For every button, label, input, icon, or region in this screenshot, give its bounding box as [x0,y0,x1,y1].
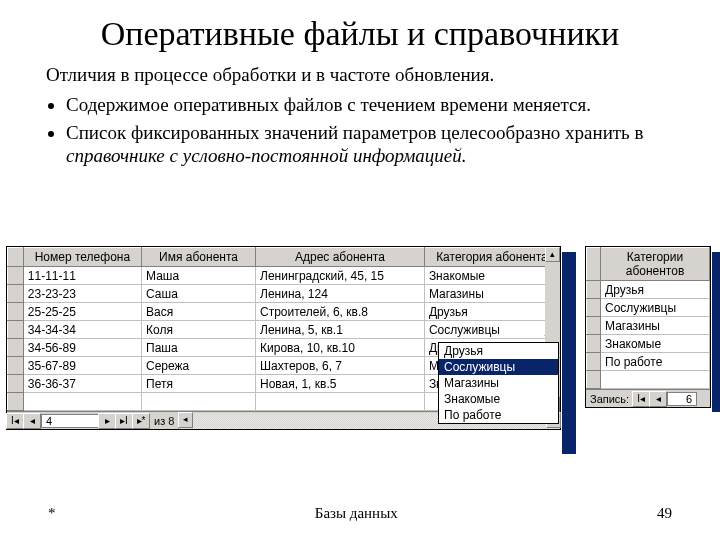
dropdown-option[interactable]: Магазины [439,375,558,391]
bullet-2: Список фиксированных значений параметров… [66,121,674,169]
cell[interactable]: Ленинградский, 45, 15 [256,267,425,285]
nav-next-button[interactable]: ▸ [98,413,116,429]
row-selector[interactable] [8,267,24,285]
table-row[interactable]: Друзья [587,281,710,299]
nav-first-button[interactable]: I◂ [632,391,650,407]
footer-left: * [48,505,56,522]
table-row[interactable]: 23-23-23СашаЛенина, 124Магазины [8,285,560,303]
intro-text: Отличия в процессе обработки и в частоте… [46,63,674,87]
table-row[interactable]: Сослуживцы [587,299,710,317]
cell[interactable]: Вася [142,303,256,321]
nav-first-button[interactable]: I◂ [6,413,24,429]
table-row[interactable]: 11-11-11МашаЛенинградский, 45, 15Знакомы… [8,267,560,285]
cell[interactable]: 35-67-89 [23,357,141,375]
row-selector[interactable] [8,357,24,375]
cell[interactable]: Сережа [142,357,256,375]
table-row-new[interactable] [587,371,710,389]
slide-footer: * Базы данных 49 [0,505,720,522]
table-row[interactable]: 25-25-25ВасяСтроителей, 6, кв.8Друзья [8,303,560,321]
cell[interactable]: 11-11-11 [23,267,141,285]
cell[interactable]: Ленина, 5, кв.1 [256,321,425,339]
row-selector[interactable] [8,285,24,303]
cell[interactable]: Знакомые [424,267,559,285]
cell[interactable]: 34-34-34 [23,321,141,339]
database-screenshot-area: Номер телефона Имя абонента Адрес абонен… [0,246,720,468]
slide-title: Оперативные файлы и справочники [40,14,680,53]
row-selector[interactable] [587,281,601,299]
cell[interactable]: Строителей, 6, кв.8 [256,303,425,321]
cell[interactable]: Сослуживцы [601,299,710,317]
row-selector[interactable] [587,299,601,317]
dropdown-option[interactable]: Знакомые [439,391,558,407]
cell[interactable]: Знакомые [601,335,710,353]
table-row[interactable]: 34-34-34КоляЛенина, 5, кв.1Сослуживцы▾ [8,321,560,339]
cell[interactable]: Саша [142,285,256,303]
table-row[interactable]: По работе [587,353,710,371]
cell[interactable]: Магазины [424,285,559,303]
cell[interactable]: 25-25-25 [23,303,141,321]
nav-new-button[interactable]: ▸* [132,413,150,429]
row-selector[interactable] [587,335,601,353]
footer-right: 49 [657,505,672,522]
categories-table-window: Категории абонентов ДрузьяСослуживцыМага… [585,246,711,408]
cell[interactable]: 23-23-23 [23,285,141,303]
hscroll-left-button[interactable]: ◂ [178,412,193,428]
nav-prev-button[interactable]: ◂ [649,391,667,407]
col-name[interactable]: Имя абонента [142,248,256,267]
scroll-up-button[interactable]: ▴ [545,247,560,262]
row-selector-header[interactable] [8,248,24,267]
window-shadow [712,252,720,412]
cell[interactable]: Ленина, 124 [256,285,425,303]
cell[interactable]: 36-36-37 [23,375,141,393]
nav-prev-button[interactable]: ◂ [23,413,41,429]
row-selector[interactable] [587,353,601,371]
dropdown-option[interactable]: По работе [439,407,558,423]
row-selector[interactable] [8,375,24,393]
cell[interactable]: По работе [601,353,710,371]
row-selector[interactable] [8,303,24,321]
cell[interactable]: Друзья [424,303,559,321]
row-selector-header[interactable] [587,248,601,281]
table-row[interactable]: Знакомые [587,335,710,353]
nav-last-button[interactable]: ▸I [115,413,133,429]
cell[interactable]: Маша [142,267,256,285]
cell[interactable]: Коля [142,321,256,339]
nav-current-record[interactable]: 4 [41,414,99,428]
cell[interactable]: 34-56-89 [23,339,141,357]
cell[interactable]: Петя [142,375,256,393]
cell[interactable]: Магазины [601,317,710,335]
category-dropdown-list[interactable]: ДрузьяСослуживцыМагазиныЗнакомыеПо работ… [438,342,559,424]
col-address[interactable]: Адрес абонента [256,248,425,267]
window-shadow [562,252,576,454]
row-selector[interactable] [587,317,601,335]
row-selector[interactable] [8,321,24,339]
footer-center: Базы данных [315,505,398,522]
cell[interactable]: Паша [142,339,256,357]
bullet-1: Содержимое оперативных файлов с течением… [66,93,674,117]
dropdown-option[interactable]: Друзья [439,343,558,359]
cell[interactable]: Шахтеров, 6, 7 [256,357,425,375]
col-category[interactable]: Категория абонента [424,248,559,267]
bullet-list: Содержимое оперативных файлов с течением… [66,93,674,168]
cell[interactable]: Кирова, 10, кв.10 [256,339,425,357]
table-row[interactable]: Магазины [587,317,710,335]
nav-label: Запись: [586,393,633,405]
cell[interactable]: Новая, 1, кв.5 [256,375,425,393]
categories-table[interactable]: Категории абонентов ДрузьяСослуживцыМага… [586,247,710,389]
record-navigator: Запись: I◂ ◂ 6 [586,389,710,407]
nav-current-record[interactable]: 6 [667,392,697,406]
nav-total-records: из 8 [150,415,178,427]
col-categories[interactable]: Категории абонентов [601,248,710,281]
cell[interactable]: Сослуживцы▾ [424,321,559,339]
col-phone[interactable]: Номер телефона [23,248,141,267]
dropdown-option[interactable]: Сослуживцы [439,359,558,375]
row-selector[interactable] [8,339,24,357]
cell[interactable]: Друзья [601,281,710,299]
